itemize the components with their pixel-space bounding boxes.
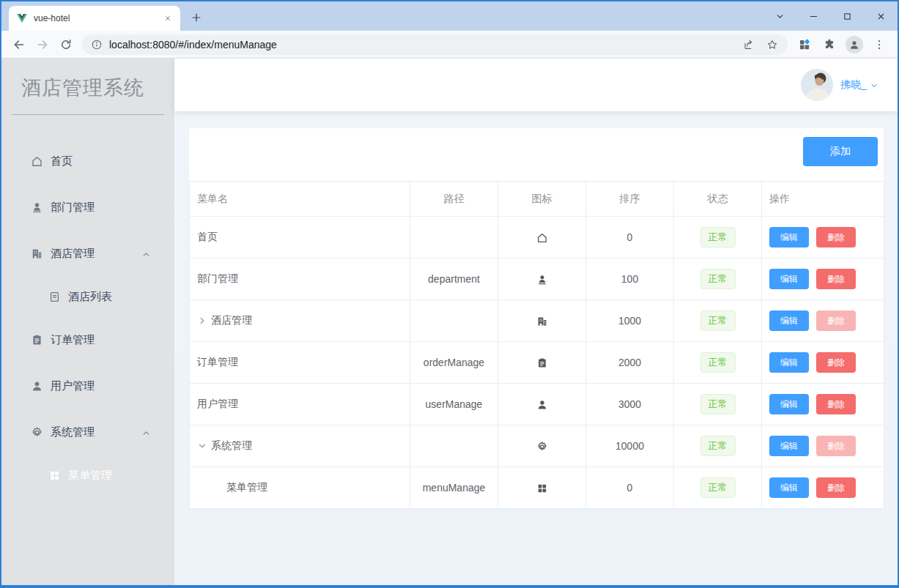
forward-button[interactable] [32, 34, 53, 55]
sidebar-item-user[interactable]: 用户管理 [1, 363, 174, 409]
browser-profile-icon[interactable] [846, 36, 863, 53]
browser-window: vue-hotel localhost:8080/#/index/menuMan… [0, 0, 899, 588]
edit-button[interactable]: 编辑 [769, 227, 809, 248]
menu-path [410, 300, 498, 342]
column-header: 图标 [498, 182, 586, 217]
address-bar[interactable]: localhost:8080/#/index/menuManage [82, 34, 788, 55]
extension-grid-icon[interactable] [794, 34, 815, 55]
app-header: 拂晓_ [174, 59, 898, 111]
user-badge-icon [31, 201, 43, 214]
new-tab-button[interactable] [186, 7, 207, 28]
edit-button[interactable]: 编辑 [769, 352, 809, 373]
menu-path: menuManage [410, 467, 498, 509]
clipboard-icon [536, 357, 548, 369]
column-header: 菜单名 [190, 182, 410, 217]
url-text[interactable]: localhost:8080/#/index/menuManage [109, 39, 733, 51]
share-icon[interactable] [741, 37, 757, 53]
chevron-down-icon[interactable] [197, 441, 207, 451]
menu-path: department [410, 258, 498, 300]
menu-order: 100 [586, 258, 674, 300]
window-controls [763, 1, 898, 31]
delete-button[interactable]: 删除 [816, 436, 856, 456]
status-badge: 正常 [700, 227, 736, 248]
table-row: 订单管理orderManage2000正常编辑删除 [190, 342, 884, 384]
sidebar-item-label: 系统管理 [51, 425, 95, 439]
menu-path: userManage [410, 384, 498, 425]
edit-button[interactable]: 编辑 [769, 436, 809, 456]
menu-table: 菜单名路径图标排序状态操作 首页0正常编辑删除部门管理department100… [189, 181, 884, 509]
table-body: 首页0正常编辑删除部门管理department100正常编辑删除酒店管理1000… [190, 217, 884, 509]
extensions-icon[interactable] [819, 34, 840, 55]
status-badge: 正常 [700, 436, 736, 456]
menu-order: 0 [586, 217, 674, 258]
edit-button[interactable]: 编辑 [769, 394, 809, 414]
menu-order: 2000 [586, 342, 674, 384]
sidebar-item-document[interactable]: 酒店列表 [1, 277, 174, 317]
back-button[interactable] [9, 34, 29, 55]
sidebar-item-clipboard[interactable]: 订单管理 [1, 317, 174, 363]
delete-button[interactable]: 删除 [816, 227, 856, 248]
chevron-right-icon[interactable] [197, 316, 207, 326]
table-row: 首页0正常编辑删除 [190, 217, 884, 258]
browser-tab[interactable]: vue-hotel [9, 6, 180, 31]
sidebar-item-label: 部门管理 [51, 201, 95, 215]
sidebar-item-gear[interactable]: 系统管理 [1, 409, 174, 455]
close-window-button[interactable] [864, 1, 898, 31]
tab-strip: vue-hotel [1, 1, 898, 31]
refresh-button[interactable] [56, 34, 76, 55]
delete-button[interactable]: 删除 [816, 269, 856, 289]
user-badge-icon [536, 274, 548, 286]
sidebar-item-user-badge[interactable]: 部门管理 [1, 185, 174, 231]
sidebar-item-building[interactable]: 酒店管理 [1, 231, 174, 277]
add-button[interactable]: 添加 [803, 137, 878, 166]
browser-menu-icon[interactable] [869, 34, 889, 55]
chevron-down-icon [870, 81, 878, 89]
menu-order: 3000 [586, 384, 674, 425]
menu-name: 订单管理 [197, 356, 238, 369]
menu-path [410, 425, 498, 467]
column-header: 路径 [410, 182, 498, 217]
sidebar-item-grid[interactable]: 菜单管理 [1, 455, 174, 496]
status-badge: 正常 [700, 310, 736, 331]
sidebar: 酒店管理系统 首页部门管理酒店管理酒店列表订单管理用户管理系统管理菜单管理 [1, 59, 174, 585]
building-icon [536, 316, 548, 327]
edit-button[interactable]: 编辑 [769, 269, 809, 289]
menu-path: orderManage [410, 342, 498, 384]
app-title: 酒店管理系统 [1, 59, 174, 101]
sidebar-item-label: 酒店列表 [68, 290, 112, 304]
table-header-row: 菜单名路径图标排序状态操作 [190, 182, 884, 217]
sidebar-item-home[interactable]: 首页 [1, 138, 174, 185]
document-icon [48, 291, 61, 303]
chevron-up-icon [141, 249, 151, 258]
status-badge: 正常 [700, 477, 736, 498]
menu-name: 系统管理 [211, 439, 252, 453]
menu-order: 1000 [586, 300, 674, 342]
tab-search-icon[interactable] [763, 1, 796, 31]
gear-icon [31, 426, 43, 439]
delete-button[interactable]: 删除 [816, 394, 856, 414]
bookmark-star-icon[interactable] [764, 37, 780, 53]
menu-order: 10000 [586, 425, 674, 467]
table-row: 部门管理department100正常编辑删除 [190, 258, 884, 300]
delete-button[interactable]: 删除 [816, 477, 856, 498]
edit-button[interactable]: 编辑 [769, 477, 809, 498]
delete-button[interactable]: 删除 [816, 352, 856, 373]
minimize-button[interactable] [796, 1, 830, 31]
clipboard-icon [31, 334, 43, 346]
site-info-icon[interactable] [91, 39, 103, 51]
user-menu[interactable]: 拂晓_ [840, 78, 878, 92]
menu-name: 酒店管理 [211, 314, 252, 327]
menu-path [410, 217, 498, 258]
home-icon [31, 155, 43, 168]
maximize-button[interactable] [830, 1, 864, 31]
main-area: 拂晓_ 添加 菜单名路径图标排序状态操作 首页0正常编辑删除部门管理depart… [174, 59, 898, 585]
user-avatar[interactable] [801, 69, 833, 101]
sidebar-item-label: 订单管理 [51, 333, 95, 347]
sidebar-item-label: 首页 [51, 155, 73, 168]
delete-button[interactable]: 删除 [816, 310, 856, 331]
username: 拂晓_ [840, 78, 867, 92]
status-badge: 正常 [700, 269, 736, 289]
edit-button[interactable]: 编辑 [769, 310, 809, 331]
tab-close-icon[interactable] [161, 12, 174, 25]
tab-title: vue-hotel [34, 13, 161, 23]
